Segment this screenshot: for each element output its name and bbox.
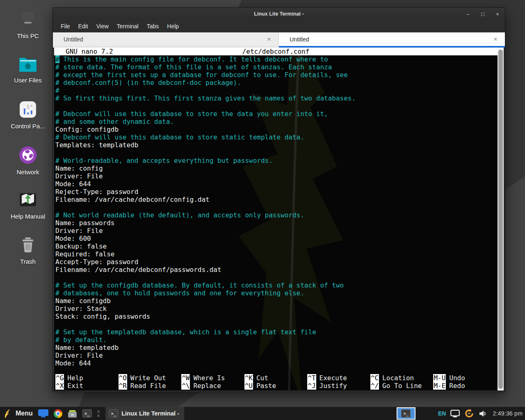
window-titlebar[interactable]: Linux Lite Terminal - – □ ×: [53, 8, 505, 20]
nano-editor[interactable]: GNU nano 7.2 /etc/debconf.conf # This is…: [54, 48, 504, 390]
maximize-button[interactable]: □: [479, 11, 486, 17]
updates-available-icon[interactable]: [464, 409, 474, 418]
clock[interactable]: 2:49:36 pm: [493, 410, 523, 417]
folder-home-icon: [18, 56, 37, 74]
nano-shortcut-row-1: ^GHelp^OWrite Out^WWhere Is^KCut^TExecut…: [55, 374, 496, 382]
shortcut-key: M-U: [433, 374, 446, 382]
shortcut-key: ^R: [119, 382, 127, 390]
nano-content-lines[interactable]: # This is the main config file for debco…: [55, 55, 497, 367]
tab-close-icon[interactable]: ×: [265, 35, 273, 43]
desktop-icon-trash[interactable]: Trash: [1, 236, 55, 265]
nano-line: # This is the main config file for debco…: [55, 55, 497, 63]
nano-line: # Not world readable (the default), and …: [55, 211, 497, 219]
file-manager-icon[interactable]: [68, 409, 77, 418]
shortcut-label: Exit: [67, 382, 83, 390]
taskbar: Menu >_ ≡≡ >_ Linux Lite Terminal - >_: [0, 407, 525, 420]
nano-line: # Set up the templatedb database, which …: [55, 328, 497, 336]
nano-line: Mode: 600: [55, 235, 497, 242]
nano-shortcut: ^CLocation: [370, 374, 434, 382]
shortcut-key: ^W: [181, 374, 190, 382]
menu-tabs[interactable]: Tabs: [143, 21, 163, 31]
terminal-icon: >_: [109, 409, 118, 418]
nano-line: Name: configdb: [55, 297, 497, 305]
desktop-icon-network[interactable]: Network: [1, 146, 55, 176]
task-button-label: Linux Lite Terminal -: [121, 410, 179, 417]
display-settings-icon[interactable]: [450, 410, 460, 418]
task-button-terminal[interactable]: >_ Linux Lite Terminal -: [105, 407, 184, 420]
nano-line: [55, 149, 497, 157]
desktop-icon-label: Control Pa...: [11, 123, 45, 130]
desktop-icon-label: This PC: [17, 32, 39, 39]
nano-filename: /etc/debconf.conf: [54, 48, 498, 55]
nano-shortcut: ^UPaste: [244, 382, 308, 390]
nano-line: Reject-Type: password: [55, 188, 497, 196]
shortcut-key: ^X: [55, 382, 64, 390]
nano-line: Driver: File: [55, 352, 497, 359]
nano-line: # Set up the configdb database. By defau…: [55, 281, 497, 289]
menu-help[interactable]: Help: [163, 21, 183, 31]
scrollbar-track[interactable]: [498, 48, 504, 390]
control-panel-icon: [19, 101, 37, 120]
tab-untitled-1[interactable]: Untitled ×: [53, 32, 279, 48]
nano-line: [55, 102, 497, 110]
close-button[interactable]: ×: [494, 11, 501, 17]
tab-close-icon[interactable]: ×: [492, 35, 499, 43]
menu-edit[interactable]: Edit: [74, 21, 92, 31]
tray-terminal-button[interactable]: >_: [397, 407, 415, 420]
taskbar-left: Menu >_ ≡≡ >_ Linux Lite Terminal -: [0, 407, 184, 420]
nano-line: #: [55, 87, 497, 94]
desktop-icon-help-manual[interactable]: Help Manual: [1, 191, 55, 220]
tab-untitled-2[interactable]: Untitled ×: [279, 32, 505, 48]
minimize-button[interactable]: –: [465, 11, 471, 17]
desktop-icon-user-files[interactable]: User Files: [1, 56, 55, 84]
volume-icon[interactable]: [479, 410, 487, 418]
nano-line: Required: false: [55, 250, 497, 258]
shortcut-key: ^U: [244, 382, 253, 390]
nano-line: Driver: File: [55, 227, 497, 235]
desktop-icon-label: User Files: [14, 77, 42, 84]
shortcut-key: M-E: [433, 382, 446, 390]
keyboard-layout-indicator[interactable]: EN: [438, 410, 446, 417]
shortcut-key: ^/: [370, 382, 379, 390]
nano-line: [55, 320, 497, 328]
shortcut-label: Replace: [193, 382, 221, 390]
menu-file[interactable]: File: [57, 21, 74, 31]
nano-shortcut: M-ERedo: [433, 382, 496, 390]
nano-shortcut: ^XExit: [55, 382, 119, 390]
nano-shortcut: ^\Replace: [181, 382, 244, 390]
tab-bar: Untitled × Untitled ×: [53, 32, 505, 48]
desktop-icon-control-panel[interactable]: Control Pa...: [1, 101, 55, 130]
desktop-icon-this-pc[interactable]: This PC: [1, 11, 55, 39]
nano-line: # except the first sets up a database fo…: [55, 71, 497, 79]
nano-shortcut: ^OWrite Out: [119, 374, 182, 382]
nano-shortcut: ^JJustify: [307, 382, 370, 390]
nano-line: Config: configdb: [55, 126, 497, 133]
menu-button[interactable]: Menu: [16, 410, 33, 417]
scrollbar-thumb[interactable]: [498, 50, 503, 389]
tab-label: Untitled: [64, 36, 265, 43]
menu-terminal[interactable]: Terminal: [113, 21, 143, 31]
panel-drag-handle-icon[interactable]: ≡≡: [97, 409, 99, 418]
nano-line: Driver: File: [55, 172, 497, 180]
linux-lite-logo-icon[interactable]: [3, 409, 10, 418]
nano-shortcut: ^WWhere Is: [181, 374, 244, 382]
nano-line: Name: config: [55, 164, 497, 172]
text-cursor: #: [55, 55, 59, 63]
menu-view[interactable]: View: [92, 21, 113, 31]
terminal-launcher-icon[interactable]: >_: [82, 409, 92, 418]
window-title: Linux Lite Terminal -: [53, 11, 505, 17]
system-tray: >_ EN 2:49:36 pm: [397, 407, 525, 420]
nano-line: Name: passwords: [55, 219, 497, 227]
nano-header: GNU nano 7.2 /etc/debconf.conf: [54, 48, 498, 55]
desktop-icon-label: Network: [16, 169, 39, 176]
terminal-window: Linux Lite Terminal - – □ × FileEditView…: [52, 7, 505, 392]
nano-shortcut: ^KCut: [244, 374, 308, 382]
chrome-browser-icon[interactable]: [54, 409, 62, 418]
nano-shortcut: ^RRead File: [119, 382, 182, 390]
show-desktop-icon[interactable]: [38, 409, 48, 418]
nano-shortcut: ^/Go To Line: [370, 382, 434, 390]
shortcut-label: Read File: [130, 382, 166, 390]
menu-bar: FileEditViewTerminalTabsHelp: [53, 20, 505, 32]
nano-line: # World-readable, and accepts everything…: [55, 157, 497, 164]
nano-shortcut-row-2: ^XExit^RRead File^\Replace^UPaste^JJusti…: [55, 382, 496, 390]
